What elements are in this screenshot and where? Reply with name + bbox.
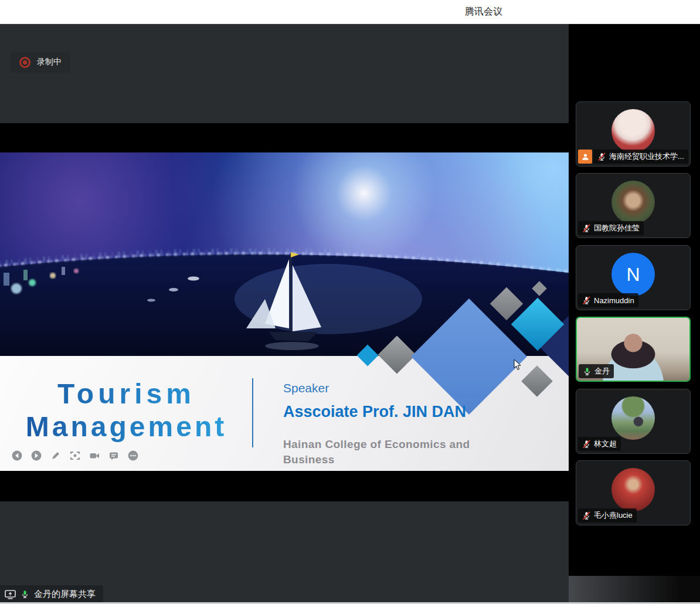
participant-label-row: 海南经贸职业技术学... (578, 150, 688, 164)
avatar-initial (611, 396, 655, 440)
participant-name: 国教院孙佳莹 (594, 223, 640, 233)
title-bar: 腾讯会议 (0, 0, 700, 24)
camera-icon[interactable] (89, 450, 100, 461)
speaker-name: Asscoiate Prof. JIN DAN (283, 403, 485, 421)
participant-avatar-landscape-painting-photo (611, 396, 655, 440)
slide-title-line1: Tourism (5, 379, 248, 409)
participant-label-row: Nazimuddin (578, 293, 638, 307)
mic-status-icon (583, 367, 592, 376)
participant-tile[interactable]: 毛小燕lucie (576, 460, 691, 525)
host-badge-icon (578, 150, 592, 164)
participant-name-chip: 国教院孙佳莹 (578, 221, 644, 235)
participant-name-chip: Nazimuddin (578, 293, 638, 307)
slide-letterbox-top (0, 123, 569, 152)
presentation-slide: Tourism Management Speaker Asscoiate Pro… (0, 123, 569, 501)
recording-indicator[interactable]: 录制中 (11, 52, 70, 73)
previous-slide-icon[interactable] (12, 450, 22, 461)
avatar-initial (611, 181, 655, 224)
participant-avatar-red-festive-photo (611, 468, 655, 511)
mic-on-icon (21, 590, 29, 599)
speaker-affiliation: Hainan College of Economics and Business (283, 437, 485, 467)
participant-tile[interactable]: 海南经贸职业技术学... (576, 101, 691, 167)
record-icon (19, 57, 30, 68)
slide-title: Tourism Management (5, 379, 248, 442)
participant-name-chip: 金丹 (579, 364, 614, 378)
recording-label: 录制中 (37, 57, 62, 67)
participant-name: 林文超 (594, 439, 617, 449)
mic-status-icon (582, 440, 591, 449)
screen-share-banner[interactable]: 金丹的屏幕共享 (0, 585, 103, 603)
participants-sidebar: 海南经贸职业技术学... 国教院孙佳莹 N Naz (569, 24, 700, 604)
participant-name: 海南经贸职业技术学... (609, 151, 684, 162)
mic-status-icon (582, 224, 591, 233)
slide-title-line2: Management (5, 412, 248, 442)
meeting-window: 腾讯会议 录制中 (0, 0, 700, 604)
laser-pointer-icon[interactable] (70, 450, 80, 461)
participant-label-row: 国教院孙佳莹 (578, 221, 644, 235)
next-slide-icon[interactable] (31, 450, 42, 461)
screen-share-label: 金丹的屏幕共享 (34, 589, 96, 600)
participant-label-row: 毛小燕lucie (578, 508, 637, 522)
avatar-initial (611, 109, 655, 152)
speaker-block: Speaker Asscoiate Prof. JIN DAN Hainan C… (283, 381, 485, 478)
pen-icon[interactable] (50, 450, 61, 461)
participant-label-row: 林文超 (578, 437, 621, 451)
participant-avatar-woman-in-red-photo (611, 109, 655, 152)
participant-tile[interactable]: N Nazimuddin (576, 245, 691, 310)
avatar-initial: N (611, 253, 655, 296)
participant-name: 毛小燕lucie (594, 510, 633, 521)
participant-name-chip: 海南经贸职业技术学... (593, 150, 688, 164)
participant-name-chip: 毛小燕lucie (578, 508, 637, 522)
screen-share-icon (5, 589, 16, 599)
participant-tile[interactable]: 国教院孙佳莹 (576, 173, 691, 238)
mic-status-icon (597, 152, 606, 161)
participant-name: 金丹 (594, 366, 610, 376)
participant-name: Nazimuddin (594, 296, 634, 305)
avatar-initial (611, 468, 655, 511)
mic-status-icon (582, 296, 591, 305)
participant-avatar-person-mouse-ears-photo (611, 181, 655, 224)
mic-status-icon (582, 511, 591, 520)
speaker-label: Speaker (283, 381, 485, 395)
participant-label-row: 金丹 (579, 364, 614, 378)
participant-name-chip: 林文超 (578, 437, 621, 451)
slide-divider-line (252, 378, 253, 447)
comments-icon[interactable] (108, 450, 119, 461)
ppt-presenter-toolbar (12, 450, 138, 461)
participant-tile[interactable]: 金丹 (576, 317, 691, 382)
more-options-icon[interactable] (128, 450, 138, 461)
sidebar-bottom-fade (569, 576, 700, 604)
participant-avatar-blue-initial-circle: N (611, 253, 655, 296)
participant-tile[interactable]: 林文超 (576, 389, 691, 454)
shared-screen-area: 录制中 (0, 24, 569, 604)
app-title: 腾讯会议 (465, 0, 502, 23)
mouse-cursor (514, 359, 522, 373)
